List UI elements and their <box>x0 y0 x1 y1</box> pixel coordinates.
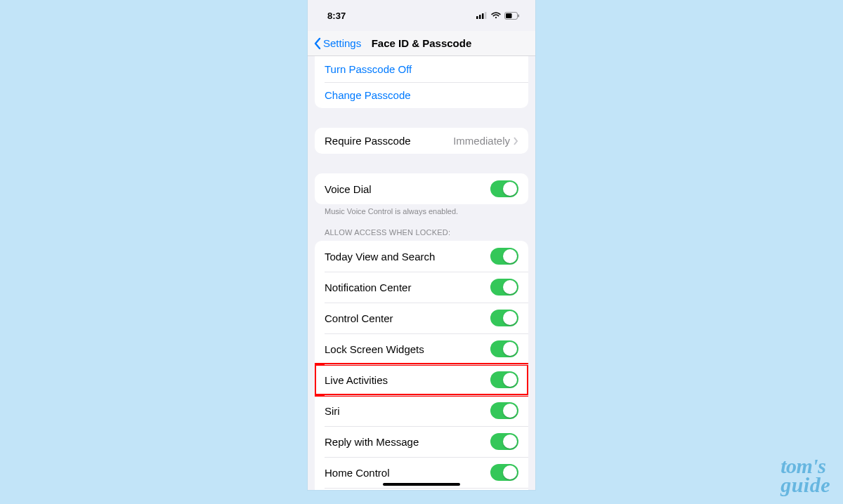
locked-toggle-today-view-and-search[interactable] <box>490 248 518 265</box>
change-passcode-label: Change Passcode <box>325 89 411 101</box>
nav-title: Face ID & Passcode <box>372 37 472 49</box>
voice-dial-row: Voice Dial <box>315 173 528 204</box>
locked-section-header: ALLOW ACCESS WHEN LOCKED: <box>325 228 518 237</box>
chevron-left-icon <box>313 37 322 50</box>
watermark-line2: guide <box>780 475 830 494</box>
locked-toggle-notification-center[interactable] <box>490 279 518 296</box>
require-passcode-group: Require Passcode Immediately <box>315 128 528 154</box>
locked-toggle-control-center[interactable] <box>490 310 518 326</box>
locked-row-label: Control Center <box>325 312 393 324</box>
locked-row-label: Siri <box>325 405 340 417</box>
status-bar: 8:37 <box>308 0 535 31</box>
locked-row-today-view-and-search: Today View and Search <box>315 241 528 272</box>
locked-row-wallet: Wallet <box>315 488 528 490</box>
back-button[interactable]: Settings <box>313 37 361 50</box>
status-icons <box>476 12 520 20</box>
locked-row-notification-center: Notification Center <box>315 272 528 303</box>
turn-passcode-off-row[interactable]: Turn Passcode Off <box>315 56 528 82</box>
change-passcode-row[interactable]: Change Passcode <box>315 82 528 108</box>
status-time: 8:37 <box>327 11 346 21</box>
locked-toggle-live-activities[interactable] <box>490 371 518 388</box>
require-passcode-value-text: Immediately <box>453 135 510 147</box>
locked-row-label: Reply with Message <box>325 436 419 448</box>
locked-toggle-siri[interactable] <box>490 402 518 419</box>
svg-rect-5 <box>506 13 512 18</box>
home-indicator <box>383 483 460 486</box>
voice-dial-label: Voice Dial <box>325 183 372 195</box>
locked-row-label: Lock Screen Widgets <box>325 343 424 355</box>
svg-rect-1 <box>479 15 481 19</box>
settings-content: Turn Passcode Off Change Passcode Requir… <box>308 56 535 490</box>
locked-row-siri: Siri <box>315 395 528 426</box>
require-passcode-value: Immediately <box>453 135 518 147</box>
chevron-right-icon <box>513 137 518 145</box>
locked-row-lock-screen-widgets: Lock Screen Widgets <box>315 333 528 364</box>
locked-toggle-home-control[interactable] <box>490 464 518 481</box>
locked-row-label: Live Activities <box>325 374 388 386</box>
require-passcode-row[interactable]: Require Passcode Immediately <box>315 128 528 154</box>
voice-dial-group: Voice Dial <box>315 173 528 204</box>
locked-row-label: Notification Center <box>325 281 411 293</box>
wifi-icon <box>491 12 501 19</box>
locked-row-reply-with-message: Reply with Message <box>315 426 528 457</box>
locked-row-label: Today View and Search <box>325 251 435 263</box>
passcode-group: Turn Passcode Off Change Passcode <box>315 56 528 108</box>
watermark-line1: tom's <box>780 456 830 475</box>
locked-row-label: Home Control <box>325 467 390 479</box>
watermark: tom's guide <box>780 456 830 494</box>
locked-row-live-activities: Live Activities <box>315 364 528 395</box>
back-label: Settings <box>323 37 361 49</box>
cellular-icon <box>476 12 488 19</box>
svg-rect-2 <box>482 13 484 19</box>
voice-dial-toggle[interactable] <box>490 180 518 197</box>
svg-rect-6 <box>518 14 520 17</box>
locked-row-control-center: Control Center <box>315 303 528 333</box>
locked-toggle-lock-screen-widgets[interactable] <box>490 340 518 357</box>
require-passcode-label: Require Passcode <box>325 135 411 147</box>
nav-bar: Settings Face ID & Passcode <box>308 31 535 56</box>
locked-toggle-reply-with-message[interactable] <box>490 433 518 450</box>
battery-icon <box>504 12 520 20</box>
svg-rect-3 <box>485 12 487 19</box>
turn-passcode-off-label: Turn Passcode Off <box>325 63 412 75</box>
phone-frame: 8:37 Settings Face ID & Passcode Turn Pa… <box>308 0 535 490</box>
voice-dial-footer: Music Voice Control is always enabled. <box>325 207 518 215</box>
allow-access-when-locked-group: Today View and SearchNotification Center… <box>315 241 528 490</box>
svg-rect-0 <box>476 16 478 19</box>
